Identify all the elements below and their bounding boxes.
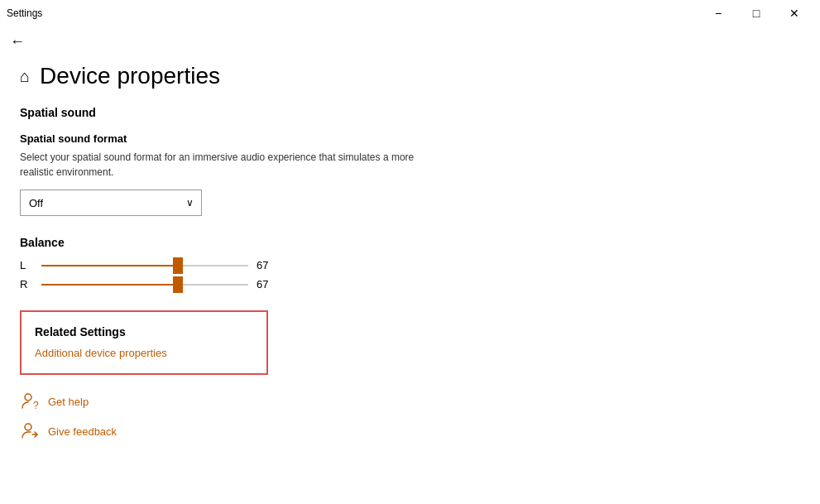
get-help-row[interactable]: ? Get help <box>20 391 800 411</box>
minimize-button[interactable]: − <box>699 0 737 26</box>
title-bar-controls: − □ ✕ <box>699 0 813 26</box>
title-bar-title: Settings <box>7 7 42 19</box>
title-bar-left: Settings <box>7 7 42 19</box>
give-feedback-row[interactable]: Give feedback <box>20 421 800 441</box>
home-icon[interactable]: ⌂ <box>20 67 30 86</box>
spatial-sound-dropdown[interactable]: Off Windows Sonic for Headphones Dolby A… <box>20 190 202 216</box>
right-channel-label: R <box>20 278 33 290</box>
help-links-section: ? Get help Give feedback <box>20 391 800 441</box>
spatial-sound-dropdown-wrapper: Off Windows Sonic for Headphones Dolby A… <box>20 190 202 216</box>
get-help-link[interactable]: Get help <box>48 396 89 408</box>
related-settings-heading: Related Settings <box>35 325 253 338</box>
give-feedback-icon <box>20 421 40 441</box>
balance-heading: Balance <box>20 236 800 249</box>
related-settings-box: Related Settings Additional device prope… <box>20 310 268 375</box>
nav-bar: ← <box>0 26 820 56</box>
spatial-sound-format-label: Spatial sound format <box>20 132 800 145</box>
right-balance-value: 67 <box>257 278 276 290</box>
left-channel-label: L <box>20 259 33 271</box>
title-bar: Settings − □ ✕ <box>0 0 820 26</box>
left-balance-slider[interactable] <box>41 265 248 266</box>
right-balance-slider[interactable] <box>41 284 248 286</box>
page-title: Device properties <box>40 63 220 89</box>
close-button[interactable]: ✕ <box>775 0 813 26</box>
spatial-sound-description: Select your spatial sound format for an … <box>20 150 434 180</box>
page-title-row: ⌂ Device properties <box>20 63 800 89</box>
spatial-sound-heading: Spatial sound <box>20 106 800 119</box>
page-content: ⌂ Device properties Spatial sound Spatia… <box>0 56 820 471</box>
get-help-icon: ? <box>20 391 40 411</box>
left-slider-row: L 67 <box>20 259 800 271</box>
svg-point-2 <box>25 424 31 430</box>
balance-section: Balance L 67 R 67 <box>20 236 800 290</box>
right-slider-row: R 67 <box>20 278 800 290</box>
additional-device-properties-link[interactable]: Additional device properties <box>35 347 167 359</box>
svg-text:?: ? <box>33 400 39 410</box>
back-button[interactable]: ← <box>10 33 25 50</box>
give-feedback-link[interactable]: Give feedback <box>48 425 117 438</box>
maximize-button[interactable]: □ <box>737 0 775 26</box>
svg-point-0 <box>25 394 31 401</box>
left-balance-value: 67 <box>257 259 276 271</box>
